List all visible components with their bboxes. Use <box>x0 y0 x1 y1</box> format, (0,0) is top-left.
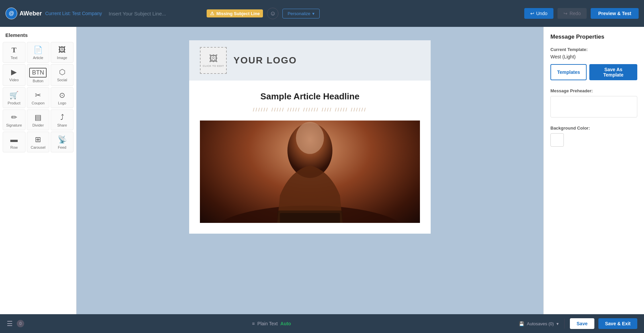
missing-badge-text: Missing Subject Line <box>216 11 260 16</box>
autosaves-label: Autosaves (0) <box>527 321 554 326</box>
element-text[interactable]: T Text <box>3 42 25 63</box>
element-carousel[interactable]: ⊞ Carousel <box>27 132 50 152</box>
save-and-exit-button[interactable]: Save & Exit <box>598 318 637 329</box>
elements-grid: T Text 📄 Article 🖼 Image ▶ Video BTN But… <box>3 42 73 152</box>
element-share[interactable]: ⤴ Share <box>51 109 73 130</box>
auto-badge: Auto <box>280 321 291 326</box>
preheader-input[interactable] <box>550 96 637 117</box>
svg-point-5 <box>296 122 324 154</box>
element-signature-label: Signature <box>6 123 22 127</box>
autosaves-chevron: ▾ <box>556 321 559 326</box>
redo-button[interactable]: ↪ Redo <box>557 8 587 19</box>
missing-subject-badge: ⚠ Missing Subject Line <box>207 9 263 17</box>
element-carousel-label: Carousel <box>31 145 45 149</box>
aweber-logo: @ AWeber Current List: Test Company <box>5 7 102 19</box>
current-template-value: West (Light) <box>550 54 637 59</box>
brand-name: AWeber <box>19 10 42 17</box>
element-button-label: Button <box>33 79 44 83</box>
current-list: Current List: Test Company <box>45 11 102 16</box>
logo-icon: ⊙ <box>59 91 65 100</box>
email-header[interactable]: 🖼 CLICK TO EDIT YOUR LOGO <box>189 40 431 81</box>
image-placeholder-icon: 🖼 <box>209 53 218 64</box>
subject-line-input[interactable] <box>109 9 203 18</box>
element-logo-label: Logo <box>58 101 66 105</box>
element-coupon[interactable]: ✂ Coupon <box>27 87 50 108</box>
undo-label: Undo <box>536 11 547 16</box>
coupon-icon: ✂ <box>35 91 41 100</box>
menu-icon[interactable]: ☰ <box>7 320 13 328</box>
save-as-template-button[interactable]: Save As Template <box>589 64 637 80</box>
email-body: Sample Article Headline ////// ///// ///… <box>189 81 431 234</box>
message-properties-title: Message Properties <box>550 34 637 40</box>
element-button[interactable]: BTN Button <box>27 64 50 86</box>
signature-icon: ✏ <box>11 113 17 122</box>
elements-sidebar: Elements T Text 📄 Article 🖼 Image ▶ Vide… <box>0 27 76 314</box>
current-template-label: Current Template: <box>550 47 637 52</box>
topbar: @ AWeber Current List: Test Company ⚠ Mi… <box>0 0 644 27</box>
article-headline: Sample Article Headline <box>200 91 420 102</box>
canvas-area: 🖼 CLICK TO EDIT YOUR LOGO Sample Article… <box>76 27 543 314</box>
redo-icon: ↪ <box>564 11 568 16</box>
button-icon: BTN <box>29 68 47 78</box>
element-social-label: Social <box>57 78 67 82</box>
plain-text-icon: ≡ <box>252 321 255 326</box>
element-video[interactable]: ▶ Video <box>3 64 25 86</box>
row-icon: ▬ <box>10 135 18 144</box>
logo-placeholder[interactable]: 🖼 CLICK TO EDIT <box>200 47 227 74</box>
redo-label: Redo <box>570 11 581 16</box>
elements-title: Elements <box>3 31 73 42</box>
chevron-down-icon: ▾ <box>312 11 315 16</box>
save-icon: 💾 <box>519 321 524 326</box>
element-share-label: Share <box>57 123 67 127</box>
preheader-label: Message Preheader: <box>550 88 637 93</box>
article-image-svg <box>200 121 420 223</box>
element-divider-label: Divider <box>32 123 44 127</box>
emoji-button[interactable]: ☺ <box>267 8 278 19</box>
bottom-bar: ☰ 0 ≡ Plain Text Auto 💾 Autosaves (0) ▾ … <box>0 314 644 333</box>
element-row-label: Row <box>10 145 18 149</box>
element-social[interactable]: ⬡ Social <box>51 64 73 86</box>
personalize-button[interactable]: Personalize ▾ <box>282 9 320 18</box>
element-image[interactable]: 🖼 Image <box>51 42 73 63</box>
notification-badge: 0 <box>17 320 24 327</box>
element-video-label: Video <box>9 78 19 82</box>
autosaves-button[interactable]: 💾 Autosaves (0) ▾ <box>519 321 559 326</box>
svg-text:@: @ <box>9 10 14 16</box>
message-properties-panel: Message Properties Current Template: Wes… <box>543 27 644 314</box>
element-divider[interactable]: ▤ Divider <box>27 109 50 130</box>
element-feed[interactable]: 📡 Feed <box>51 132 73 152</box>
element-signature[interactable]: ✏ Signature <box>3 109 25 130</box>
element-row[interactable]: ▬ Row <box>3 132 25 152</box>
text-icon: T <box>11 46 16 54</box>
preview-test-button[interactable]: Preview & Test <box>591 8 639 19</box>
element-product[interactable]: 🛒 Product <box>3 87 25 108</box>
template-actions: Templates Save As Template <box>550 64 637 80</box>
carousel-icon: ⊞ <box>35 135 41 144</box>
divider <box>564 319 565 329</box>
image-icon: 🖼 <box>58 46 66 54</box>
product-icon: 🛒 <box>9 91 18 100</box>
personalize-label: Personalize <box>287 11 310 16</box>
article-image[interactable] <box>200 121 420 223</box>
element-logo[interactable]: ⊙ Logo <box>51 87 73 108</box>
background-color-swatch[interactable] <box>550 133 564 147</box>
element-article-label: Article <box>33 56 43 60</box>
undo-button[interactable]: ↩ Undo <box>524 8 553 19</box>
save-button[interactable]: Save <box>570 318 594 329</box>
video-icon: ▶ <box>11 68 17 77</box>
templates-button[interactable]: Templates <box>550 64 587 80</box>
emoji-icon: ☺ <box>270 10 276 17</box>
main-layout: Elements T Text 📄 Article 🖼 Image ▶ Vide… <box>0 27 644 314</box>
divider-icon: ▤ <box>35 113 42 122</box>
element-feed-label: Feed <box>58 145 66 149</box>
share-icon: ⤴ <box>60 113 64 122</box>
element-coupon-label: Coupon <box>32 101 45 105</box>
feed-icon: 📡 <box>58 135 67 144</box>
social-icon: ⬡ <box>59 68 65 77</box>
plain-text-label: Plain Text <box>257 321 277 326</box>
aweber-logo-icon: @ <box>5 7 17 19</box>
article-icon: 📄 <box>34 46 43 54</box>
plain-text-button[interactable]: ≡ Plain Text Auto <box>252 321 291 326</box>
element-article[interactable]: 📄 Article <box>27 42 50 63</box>
article-subtext: ////// ///// ///// ////// //// ///// ///… <box>200 107 420 112</box>
